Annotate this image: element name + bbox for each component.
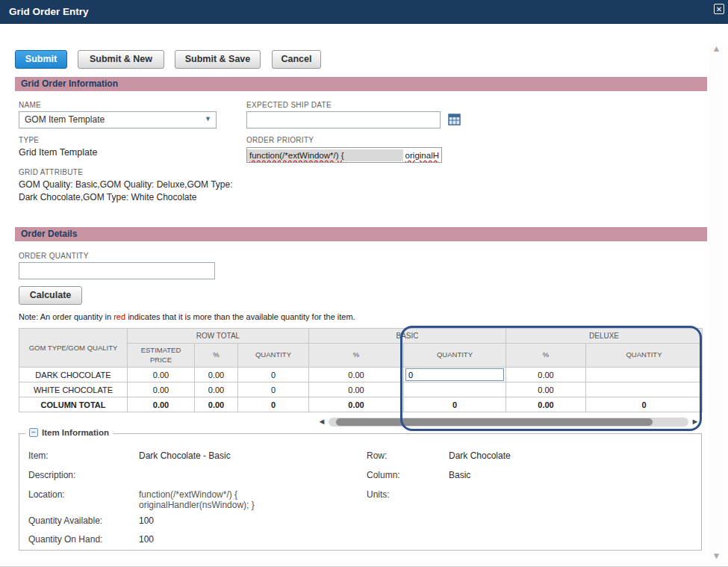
location-value-line2: originalHandler(nsWindow); } bbox=[139, 500, 255, 510]
order-quantity-label: ORDER QUANTITY bbox=[19, 252, 89, 260]
grid-corner-header: GOM TYPE/GOM QUALITY bbox=[19, 329, 128, 368]
expected-ship-date-input[interactable] bbox=[246, 111, 441, 128]
cell-basic-pct: 0.00 bbox=[309, 368, 404, 382]
cell-basic-qty bbox=[404, 368, 506, 382]
dialog-titlebar: Grid Order Entry ✕ bbox=[0, 0, 728, 24]
cell-basic-qty: 0 bbox=[404, 397, 506, 412]
item-information-title: Item Information bbox=[42, 428, 109, 437]
column-field-label: Column: bbox=[367, 470, 400, 480]
order-priority-overflow-text: originalH bbox=[405, 151, 439, 160]
submit-button[interactable]: Submit bbox=[15, 50, 67, 69]
row-label: WHITE CHOCOLATE bbox=[19, 382, 128, 397]
row-field-label: Row: bbox=[367, 450, 387, 461]
type-label: TYPE bbox=[19, 136, 39, 144]
description-label: Description: bbox=[28, 470, 75, 480]
note-red-word: red bbox=[113, 312, 125, 321]
cancel-button[interactable]: Cancel bbox=[272, 50, 321, 69]
order-priority-label: ORDER PRIORITY bbox=[246, 136, 314, 144]
scroll-up-icon[interactable]: ▲ bbox=[709, 43, 724, 54]
page-vertical-scrollbar[interactable]: ▲ ▼ bbox=[709, 42, 724, 563]
col-header-row-total-pct: % bbox=[195, 344, 238, 368]
type-value: Grid Item Template bbox=[19, 147, 97, 158]
cell-row-total-qty: 0 bbox=[238, 397, 309, 412]
item-value: Dark Chocolate - Basic bbox=[139, 450, 231, 461]
grid-attribute-label: GRID ATTRIBUTE bbox=[19, 168, 83, 176]
col-header-estimated-price: ESTIMATED PRICE bbox=[128, 344, 195, 368]
grid-group-row-total: ROW TOTAL bbox=[128, 329, 309, 344]
table-row-white-chocolate: WHITE CHOCOLATE 0.00 0.00 0 0.00 0.00 bbox=[19, 382, 703, 397]
cell-row-total-qty: 0 bbox=[238, 368, 309, 382]
name-dropdown-value: GOM Item Template bbox=[25, 114, 105, 125]
cell-deluxe-qty: 0 bbox=[586, 397, 703, 412]
scroll-left-icon[interactable]: ◄ bbox=[317, 416, 326, 427]
col-header-row-total-quantity: QUANTITY bbox=[238, 344, 309, 368]
close-icon[interactable]: ✕ bbox=[714, 4, 724, 14]
expected-ship-date-label: EXPECTED SHIP DATE bbox=[246, 101, 332, 109]
cell-basic-pct: 0.00 bbox=[309, 382, 404, 397]
row-field-value: Dark Chocolate bbox=[449, 450, 511, 461]
scrollbar-track[interactable] bbox=[329, 418, 688, 427]
table-row-column-total: COLUMN TOTAL 0.00 0.00 0 0.00 0 0.00 0 bbox=[19, 397, 703, 412]
grid-order-entry-dialog: Grid Order Entry ✕ Submit Submit & New S… bbox=[0, 0, 728, 567]
order-grid-table: GOM TYPE/GOM QUALITY ROW TOTAL BASIC DEL… bbox=[19, 328, 703, 412]
grid-attribute-value: GOM Quality: Basic,GOM Quality: Deluxe,G… bbox=[19, 179, 243, 205]
item-label: Item: bbox=[28, 450, 49, 461]
name-dropdown[interactable]: GOM Item Template ▼ bbox=[19, 111, 217, 128]
submit-save-button[interactable]: Submit & Save bbox=[175, 50, 261, 69]
col-header-deluxe-pct: % bbox=[506, 344, 586, 368]
table-horizontal-scrollbar[interactable]: ◄ ► bbox=[317, 416, 700, 427]
scrollbar-thumb[interactable] bbox=[336, 418, 653, 426]
order-quantity-note: Note: An order quantity in red indicates… bbox=[19, 312, 355, 321]
quantity-available-label: Quantity Available: bbox=[28, 515, 102, 526]
cell-estimated-price: 0.00 bbox=[128, 397, 195, 412]
col-header-basic-quantity: QUANTITY bbox=[404, 344, 506, 368]
item-information-panel: − Item Information Item: Dark Chocolate … bbox=[19, 433, 702, 551]
cell-estimated-price: 0.00 bbox=[128, 382, 195, 397]
section-header-order-details: Order Details bbox=[15, 227, 707, 241]
collapse-minus-icon[interactable]: − bbox=[29, 428, 38, 437]
quantity-on-hand-label: Quantity On Hand: bbox=[28, 534, 102, 545]
scroll-right-icon[interactable]: ► bbox=[691, 416, 700, 427]
cell-row-total-pct: 0.00 bbox=[195, 368, 238, 382]
chevron-down-icon[interactable]: ▼ bbox=[205, 115, 211, 123]
calculate-button[interactable]: Calculate bbox=[19, 286, 82, 305]
col-header-basic-pct: % bbox=[309, 344, 404, 368]
basic-quantity-input[interactable] bbox=[405, 368, 504, 381]
dialog-title: Grid Order Entry bbox=[9, 0, 89, 24]
cell-deluxe-pct: 0.00 bbox=[506, 368, 586, 382]
section-header-grid-order-information: Grid Order Information bbox=[15, 77, 707, 91]
order-priority-input[interactable]: function(/*extWindow*/) { originalH bbox=[246, 147, 442, 163]
cell-basic-qty[interactable] bbox=[404, 382, 506, 397]
cell-deluxe-qty[interactable] bbox=[586, 382, 703, 397]
col-header-deluxe-quantity: QUANTITY bbox=[586, 344, 703, 368]
name-label: NAME bbox=[19, 101, 41, 109]
cell-deluxe-pct: 0.00 bbox=[506, 397, 586, 412]
grid-group-deluxe: DELUXE bbox=[506, 329, 703, 344]
cell-row-total-pct: 0.00 bbox=[195, 382, 238, 397]
item-information-legend: − Item Information bbox=[25, 428, 113, 437]
order-quantity-input[interactable] bbox=[19, 262, 215, 279]
units-label: Units: bbox=[367, 489, 390, 500]
row-label: DARK CHOCOLATE bbox=[19, 368, 128, 382]
cell-deluxe-pct: 0.00 bbox=[506, 382, 586, 397]
location-value-line1: function(/*extWindow*/) { bbox=[139, 489, 237, 500]
cell-estimated-price: 0.00 bbox=[128, 368, 195, 382]
quantity-on-hand-value: 100 bbox=[139, 534, 154, 545]
calendar-icon[interactable] bbox=[448, 113, 461, 128]
scroll-down-icon[interactable]: ▼ bbox=[709, 551, 724, 561]
cell-row-total-pct: 0.00 bbox=[195, 397, 238, 412]
row-label: COLUMN TOTAL bbox=[19, 397, 128, 412]
grid-group-basic: BASIC bbox=[309, 329, 506, 344]
column-field-value: Basic bbox=[449, 470, 470, 480]
cell-deluxe-qty[interactable] bbox=[586, 368, 703, 382]
table-row-dark-chocolate: DARK CHOCOLATE 0.00 0.00 0 0.00 0.00 bbox=[19, 368, 703, 382]
cell-row-total-qty: 0 bbox=[238, 382, 309, 397]
order-priority-text: function(/*extWindow*/) { bbox=[249, 151, 344, 160]
location-label: Location: bbox=[28, 489, 65, 500]
quantity-available-value: 100 bbox=[139, 515, 154, 526]
cell-basic-pct: 0.00 bbox=[309, 397, 404, 412]
submit-new-button[interactable]: Submit & New bbox=[78, 50, 164, 69]
